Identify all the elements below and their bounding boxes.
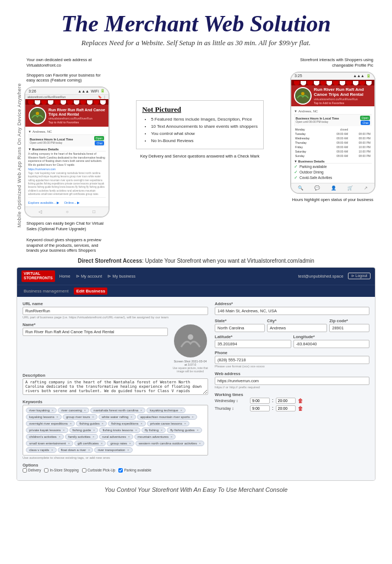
keyword-tag[interactable]: white water rafting ×	[99, 414, 136, 420]
admin-section: Direct Storefront Access: Update Your St…	[17, 258, 375, 481]
working-times-container: Wednesday ↕ : 🗑 Thursday ↕ : 🗑	[215, 398, 369, 411]
keyword-tag[interactable]: fishing knots lessons ×	[99, 427, 140, 433]
keyword-tag[interactable]: western north carolina outdoor activitie…	[135, 441, 204, 446]
web-hint: https:// or http:// prefix required	[215, 386, 369, 389]
svg-point-4	[177, 327, 204, 355]
nav-home[interactable]: Home	[59, 274, 70, 279]
nav-account[interactable]: ⊳ My account	[76, 274, 102, 279]
keyword-tag[interactable]: river canoeing ×	[58, 408, 89, 413]
svg-point-2	[295, 88, 311, 104]
state-input[interactable]	[215, 324, 265, 332]
keyword-tag[interactable]: private kayak lessons ×	[26, 427, 68, 433]
check-item: ✓Covid-Safe Activities	[294, 175, 372, 180]
table-row: Tuesday08:00 AM08:00 PM	[294, 132, 372, 136]
logout-button[interactable]: ⊳ Logout	[348, 273, 371, 279]
state-label: State*	[215, 318, 265, 323]
keyword-tag[interactable]: overnight river expeditions ×	[26, 421, 75, 426]
keyword-tag[interactable]: mountain adventures ×	[134, 434, 176, 440]
keyword-tag[interactable]: family activities ×	[65, 434, 98, 440]
keyword-tag[interactable]: rural adventures ×	[99, 434, 134, 440]
option-checkbox[interactable]	[82, 468, 86, 473]
name-input[interactable]	[23, 328, 168, 336]
store-name-right: Run River Run Raft And Canoe Trips And R…	[314, 87, 372, 105]
open-time-input[interactable]	[250, 398, 270, 404]
keyword-tag[interactable]: fishing guide ×	[69, 427, 99, 433]
admin-ui: VIRTUAL STOREFRONTS Home ⊳ My account ⊳ …	[17, 267, 375, 481]
keyword-tag[interactable]: fly fishing ×	[141, 427, 166, 433]
hours-table: MondayclosedTuesday08:00 AM08:00 PMWedne…	[294, 127, 372, 158]
list-item: You control what show	[151, 131, 258, 138]
admin-nav-links: Home ⊳ My account ⊳ My business	[59, 274, 294, 279]
desc-textarea[interactable]: A rafting company in the heart of the Na…	[23, 378, 208, 395]
city-input[interactable]	[267, 324, 327, 332]
web-address-group: Web address https:// or http:// prefix r…	[215, 371, 369, 389]
state-city-zip-row: State* City* Zip code*	[215, 318, 369, 332]
annotation-favorites: Shoppers can Favorite your business for …	[24, 72, 112, 85]
phone-input[interactable]	[215, 356, 369, 364]
keyword-tag[interactable]: appalachian mountain river sports ×	[137, 414, 197, 420]
annotation-chat: Shoppers can easily begin Chat for Virtu…	[24, 220, 112, 233]
lat-lng-row: Latitude* Longitude*	[215, 334, 369, 348]
address-label: Address*	[215, 301, 369, 306]
close-time-input[interactable]	[276, 398, 296, 404]
keyword-tag[interactable]: river kayaking ×	[26, 408, 57, 413]
svg-point-1	[36, 112, 39, 115]
list-item: No In-Bound Reviews	[151, 138, 258, 145]
keyword-tag[interactable]: group rates ×	[107, 441, 134, 446]
not-pictured-title: Not Pictured	[142, 105, 258, 114]
close-time-input[interactable]	[276, 405, 296, 411]
footer-text: You Control Your Storefront With An Easy…	[17, 486, 375, 493]
keyword-tag[interactable]: float down a river ×	[58, 447, 94, 453]
working-time-row: Thursday ↕ : 🗑	[215, 405, 369, 411]
keywords-area[interactable]: river kayaking ×river canoeing ×nantahal…	[23, 405, 208, 455]
subnav-edit-business[interactable]: Edit Business	[74, 288, 107, 295]
store-name-left: Run River Run Raft And Canoe Trips And R…	[48, 108, 105, 124]
option-checkbox[interactable]	[44, 468, 48, 473]
keyword-tag[interactable]: children's activities ×	[26, 434, 64, 440]
keyword-tag[interactable]: class v rapids ×	[26, 447, 57, 453]
phone-right: SHOP CHAT 3:25 ▲▲▲ 🔋	[290, 72, 375, 194]
keyword-tag[interactable]: private canoe lessons ×	[147, 421, 189, 426]
admin-nav-right: test@unpublished.space ⊳ Logout	[298, 273, 371, 279]
delete-time-icon[interactable]: 🗑	[298, 398, 303, 404]
web-address-input[interactable]	[215, 377, 369, 385]
list-item: 5 Featured Items include Images, Descrip…	[151, 116, 258, 123]
admin-right-col: Address* State* City*	[215, 301, 369, 476]
phone-label: Phone	[215, 350, 369, 355]
keyword-tag[interactable]: gift certificates ×	[74, 441, 106, 446]
avatar-upload[interactable]	[174, 324, 207, 357]
option-checkbox[interactable]	[23, 468, 27, 473]
keyword-tag[interactable]: fishing expeditions ×	[108, 421, 146, 426]
screen-shot-label: Screen Shot 2021-03-04 at 3.07.0	[172, 360, 208, 366]
nav-business[interactable]: ⊳ My business	[107, 274, 135, 279]
keyword-tag[interactable]: kayaking lessons ×	[26, 414, 62, 420]
keyword-tag[interactable]: fly fishing guides ×	[167, 427, 202, 433]
phone-content-right: ▼ Andrews, NC Business Hours In Local Ti…	[291, 106, 374, 183]
admin-sub-nav: Business management Edit Business	[17, 285, 375, 297]
subnav-business-management[interactable]: Business management	[21, 288, 70, 295]
keyword-tag[interactable]: kayaking technique ×	[146, 408, 186, 413]
lng-input[interactable]	[293, 340, 369, 348]
url-name-input[interactable]	[23, 307, 208, 315]
zip-input[interactable]	[329, 324, 369, 332]
table-row: Saturday08:00 AM10:00 PM	[294, 149, 372, 154]
keyword-tag[interactable]: small town entertainment ×	[26, 441, 73, 446]
options-row: Delivery In-Store Shopping Curbside Pick…	[23, 468, 208, 473]
option-checkbox[interactable]	[118, 468, 123, 473]
address-input[interactable]	[215, 307, 369, 315]
lat-input[interactable]	[215, 340, 291, 348]
keyword-tag[interactable]: group river tours ×	[63, 414, 97, 420]
keyword-tag[interactable]: fishing guides ×	[76, 421, 107, 426]
options-label: Options	[23, 463, 208, 468]
delete-time-icon[interactable]: 🗑	[298, 405, 303, 411]
open-time-input[interactable]	[250, 405, 270, 411]
store-header-right: Run River Run Raft And Canoe Trips And R…	[291, 85, 374, 106]
option-chip: Parking available	[118, 468, 151, 473]
keyword-tag[interactable]: nantahala forest north carolina ×	[90, 408, 145, 413]
keyword-tag[interactable]: river transportation ×	[94, 447, 132, 453]
website-link-left[interactable]: https://runriverrun.com	[28, 167, 106, 171]
phone-group: Phone Please use format (xxx) xxx-xxxxx	[215, 350, 369, 368]
bottom-nav-left: ◁ ○ □	[25, 207, 108, 216]
chat-badge-right: Chat	[361, 121, 370, 125]
annotation-key-delivery: Key Delivery and Service questions answe…	[140, 154, 259, 159]
